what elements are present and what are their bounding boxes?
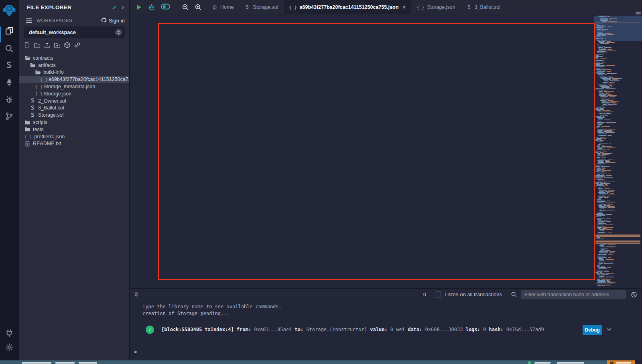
file-tree: contractsartifactsbuild-info{ }a69b43f27…	[19, 55, 129, 147]
solidity-file-icon	[30, 98, 36, 104]
minimap[interactable]	[594, 14, 642, 288]
tree-item-label: .prettierrc.json	[33, 134, 65, 140]
tree-item-storage-metadata-json[interactable]: { }Storage_metadata.json	[19, 83, 129, 90]
tree-item-label: scripts	[33, 119, 47, 125]
tree-item-label: Storage_metadata.json	[43, 84, 95, 89]
tree-item-artifacts[interactable]: artifacts	[19, 62, 129, 69]
file-explorer-icon[interactable]	[5, 26, 14, 35]
active-plugin-indicator	[0, 26, 1, 42]
tree-item-contracts[interactable]: contracts	[19, 55, 129, 62]
folder-icon	[24, 126, 30, 132]
tree-item-label: README.txt	[33, 141, 61, 146]
transaction-filter-input[interactable]	[521, 290, 626, 299]
upload-folder-icon[interactable]	[54, 42, 61, 49]
json-file-icon: { }	[416, 5, 424, 10]
tree-item-readme-txt[interactable]: README.txt	[19, 140, 129, 148]
tree-item-label: 3_Ballot.sol	[38, 105, 64, 111]
check-icon: ✓	[112, 4, 117, 11]
tree-item-2-owner-sol[interactable]: 2_Owner.sol	[19, 97, 129, 105]
file-explorer-panel: FILE EXPLORER ✓ › WORKSPACES Sign in def…	[19, 0, 130, 360]
listen-label[interactable]: Listen on all transactions	[445, 291, 502, 297]
github-icon	[101, 17, 107, 23]
tree-item-build-info[interactable]: build-info	[19, 69, 129, 76]
tab-a69b43f277ba20fcac141151250ca755-json[interactable]: { }a69b43f277ba20fcac141151250ca755.json…	[284, 0, 412, 14]
tabs: HomeStorage.sol{ }a69b43f277ba20fcac1411…	[207, 0, 506, 14]
link-icon[interactable]	[74, 42, 81, 49]
tree-item-label: a69b43f277ba20fcac141151250ca7...	[49, 77, 132, 82]
workspace-select[interactable]: default_workspace	[24, 26, 125, 38]
search-icon[interactable]	[511, 291, 517, 297]
tree-item-3-ballot-sol[interactable]: 3_Ballot.sol	[19, 105, 129, 112]
tab-label: 3_Ballot.sol	[475, 4, 501, 10]
scrollbar-thumb[interactable]	[636, 12, 641, 14]
json-file-icon: { }	[35, 91, 41, 96]
transaction-row[interactable]: ✓ [block:5583405 txIndex:4] from: 0xa03.…	[130, 325, 642, 335]
debug-button[interactable]: Debug	[583, 325, 602, 335]
deploy-run-icon[interactable]	[5, 78, 14, 87]
solidity-compiler-icon[interactable]	[5, 61, 14, 70]
folder-open-icon	[35, 69, 41, 75]
tree-item-storage-json[interactable]: { }Storage.json	[19, 90, 129, 97]
tree-item-storage-sol[interactable]: Storage.sol	[19, 111, 129, 119]
workspace-select-caret-icon[interactable]	[115, 29, 122, 36]
success-check-icon: ✓	[146, 326, 154, 334]
new-folder-icon[interactable]	[34, 42, 41, 49]
json-file-icon: { }	[40, 77, 46, 82]
json-file-icon: { }	[24, 134, 30, 139]
upload-file-icon[interactable]	[44, 42, 51, 49]
plugin-manager-icon[interactable]	[5, 329, 14, 338]
panel-title: FILE EXPLORER	[27, 4, 71, 10]
solidity-file-icon	[244, 4, 250, 10]
listen-checkbox[interactable]	[435, 291, 441, 297]
tab-label: a69b43f277ba20fcac141151250ca755.json	[300, 4, 399, 10]
copilot-toggle-icon[interactable]	[161, 4, 170, 11]
new-file-icon[interactable]	[24, 42, 30, 49]
zoom-in-icon[interactable]	[195, 4, 202, 11]
run-script-icon[interactable]	[135, 4, 142, 11]
tree-item-label: Storage.sol	[38, 112, 63, 118]
sign-in-button[interactable]: Sign in	[109, 18, 125, 24]
folder-open-icon	[24, 55, 30, 61]
file-icon	[24, 141, 30, 147]
search-icon[interactable]	[5, 44, 14, 53]
git-icon[interactable]	[5, 112, 14, 121]
ipfs-cube-icon[interactable]	[64, 42, 71, 49]
tree-item-a69b43f277ba20fcac141151250ca7-[interactable]: { }a69b43f277ba20fcac141151250ca7...	[19, 76, 129, 83]
solidity-file-icon	[30, 105, 36, 111]
clear-console-icon[interactable]	[631, 291, 637, 298]
status-ok-dot	[528, 361, 531, 364]
tab-storage-json[interactable]: { }Storage.json	[411, 0, 461, 14]
highlight-region-border	[158, 23, 595, 280]
solidity-file-icon	[30, 112, 36, 118]
terminal-output[interactable]: Type the library name to see available c…	[130, 300, 642, 360]
tree-item-label: tests	[33, 127, 43, 132]
workspace-name: default_workspace	[29, 29, 76, 35]
status-alert-badge[interactable]	[607, 360, 635, 364]
tab-label: Home	[220, 4, 234, 10]
zoom-out-icon[interactable]	[182, 4, 189, 11]
folder-icon	[24, 119, 30, 125]
code-editor[interactable]: 4→"solcVersion": "0.8.19",5→"solcLongVer…	[130, 14, 642, 288]
tab-label: Storage.json	[427, 4, 455, 10]
tree-item--prettierrc-json[interactable]: { }.prettierrc.json	[19, 133, 129, 140]
transaction-summary: [block:5583405 txIndex:4] from: 0xa03...…	[161, 327, 544, 332]
chevron-right-icon[interactable]: ›	[122, 3, 124, 11]
settings-icon[interactable]	[5, 343, 14, 352]
minimap-viewport[interactable]	[594, 16, 642, 41]
folder-open-icon	[30, 62, 36, 68]
ai-assistant-icon[interactable]	[148, 4, 155, 11]
tree-item-scripts[interactable]: scripts	[19, 119, 129, 126]
tab-3-ballot-sol[interactable]: 3_Ballot.sol	[461, 0, 506, 14]
transaction-count-badge: 0	[423, 291, 426, 297]
debugger-icon[interactable]	[5, 95, 14, 104]
json-file-icon: { }	[289, 5, 297, 10]
tab-home[interactable]: Home	[207, 0, 239, 14]
close-icon[interactable]: ×	[402, 4, 406, 10]
workspaces-menu-icon[interactable]	[26, 18, 32, 23]
tree-item-tests[interactable]: tests	[19, 126, 129, 133]
tab-storage-sol[interactable]: Storage.sol	[239, 0, 284, 14]
terminal-collapse-icon[interactable]	[134, 292, 139, 297]
remix-logo[interactable]	[2, 3, 16, 18]
expand-transaction-icon[interactable]	[607, 328, 612, 332]
terminal-prompt[interactable]: >	[134, 349, 137, 355]
